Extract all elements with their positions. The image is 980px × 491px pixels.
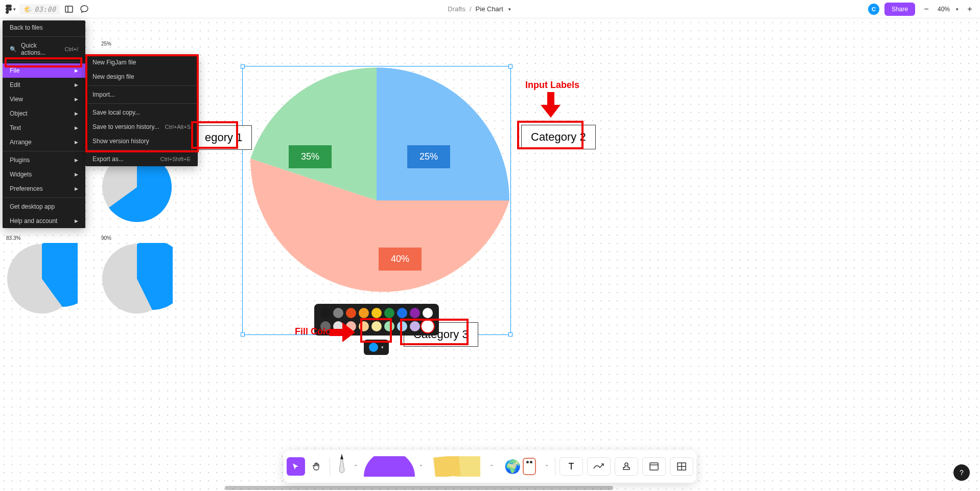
comment-icon[interactable] bbox=[78, 3, 90, 15]
submenu-new-design[interactable]: New design file bbox=[85, 70, 198, 84]
chevron-right-icon: ▶ bbox=[75, 186, 78, 191]
chevron-down-icon[interactable]: ▾ bbox=[956, 7, 959, 12]
help-button[interactable]: ? bbox=[953, 464, 970, 481]
zoom-level[interactable]: 40% bbox=[938, 6, 950, 13]
menu-desktop-app[interactable]: Get desktop app bbox=[3, 199, 85, 214]
panel-toggle-icon[interactable] bbox=[63, 3, 75, 15]
selection-handle[interactable] bbox=[508, 332, 512, 337]
file-submenu: New FigJam file New design file Import..… bbox=[85, 55, 198, 166]
slice-label-1: 35% bbox=[289, 145, 332, 168]
breadcrumb-sep: / bbox=[470, 5, 472, 13]
chevron-up-icon[interactable]: ⌃ bbox=[487, 464, 496, 470]
category-2-label[interactable]: Category 2 bbox=[521, 125, 596, 149]
chevron-down-icon: ▾ bbox=[13, 7, 16, 12]
minus-icon[interactable]: − bbox=[920, 3, 932, 15]
share-button[interactable]: Share bbox=[884, 3, 915, 16]
arrow-right-icon bbox=[330, 322, 358, 343]
fill-color-button[interactable]: ▾ bbox=[364, 340, 389, 355]
color-swatch[interactable] bbox=[371, 321, 382, 331]
chevron-up-icon[interactable]: ⌃ bbox=[417, 464, 425, 470]
chevron-right-icon: ▶ bbox=[75, 140, 78, 145]
plus-icon[interactable]: + bbox=[964, 3, 976, 15]
slice-label-2: 25% bbox=[407, 145, 450, 168]
slice-category-2 bbox=[377, 68, 509, 200]
pen-tool[interactable] bbox=[334, 453, 349, 480]
select-tool[interactable] bbox=[287, 457, 305, 476]
small-pie-90[interactable]: 90% bbox=[101, 235, 173, 317]
svg-rect-0 bbox=[65, 6, 73, 12]
timer-badge[interactable]: 🌤️ 03:00 bbox=[19, 4, 60, 14]
chevron-right-icon: ▶ bbox=[75, 172, 78, 177]
menu-widgets[interactable]: Widgets▶ bbox=[3, 167, 85, 182]
color-swatch[interactable] bbox=[346, 308, 356, 318]
menu-file[interactable]: File▶ bbox=[3, 63, 85, 78]
connector-tool[interactable] bbox=[587, 457, 611, 476]
hand-tool[interactable] bbox=[307, 457, 325, 476]
menu-text[interactable]: Text▶ bbox=[3, 121, 85, 135]
stamp-tool[interactable] bbox=[615, 457, 638, 476]
menu-view[interactable]: View▶ bbox=[3, 92, 85, 106]
submenu-save-local[interactable]: Save local copy... bbox=[85, 105, 198, 120]
chevron-up-icon[interactable]: ⌃ bbox=[543, 464, 551, 470]
submenu-show-history[interactable]: Show version history bbox=[85, 134, 198, 148]
sticky-tool[interactable] bbox=[429, 456, 485, 477]
color-swatch[interactable] bbox=[410, 321, 420, 331]
avatar[interactable]: C bbox=[868, 4, 879, 15]
small-pie-label: 25% bbox=[101, 41, 111, 47]
main-menu: Back to files 🔍 Quick actions... Ctrl+/ … bbox=[3, 20, 85, 228]
small-pie-25[interactable]: 25% bbox=[101, 41, 111, 49]
chevron-right-icon: ▶ bbox=[75, 97, 78, 102]
selection-handle[interactable] bbox=[241, 332, 245, 337]
pie-chart-selection[interactable]: 35% 25% 40% bbox=[242, 66, 511, 335]
selection-handle[interactable] bbox=[241, 64, 245, 69]
category-1-label[interactable]: egory 1 bbox=[195, 125, 252, 150]
menu-plugins[interactable]: Plugins▶ bbox=[3, 153, 85, 167]
figma-menu-icon[interactable]: ▾ bbox=[4, 3, 16, 15]
menu-quick-actions[interactable]: 🔍 Quick actions... Ctrl+/ bbox=[3, 38, 85, 60]
text-tool[interactable]: T bbox=[559, 457, 583, 476]
menu-object[interactable]: Object▶ bbox=[3, 106, 85, 121]
annotation-input-labels: Input Labels bbox=[525, 80, 579, 91]
small-pie-833[interactable]: 83.3% bbox=[6, 235, 78, 317]
template-tool[interactable] bbox=[642, 457, 666, 476]
menu-edit[interactable]: Edit▶ bbox=[3, 78, 85, 92]
chevron-right-icon: ▶ bbox=[75, 158, 78, 163]
menu-back-to-files[interactable]: Back to files bbox=[3, 20, 85, 35]
color-swatch[interactable] bbox=[397, 308, 407, 318]
chevron-right-icon: ▶ bbox=[75, 125, 78, 130]
color-row bbox=[320, 308, 433, 318]
breadcrumb[interactable]: Drafts / Pie Chart ▾ bbox=[448, 5, 511, 13]
table-tool[interactable] bbox=[670, 457, 693, 476]
color-swatch[interactable] bbox=[359, 308, 369, 318]
menu-preferences[interactable]: Preferences▶ bbox=[3, 182, 85, 196]
widget-tool[interactable]: 🌍 bbox=[500, 454, 541, 479]
submenu-import[interactable]: Import... bbox=[85, 87, 198, 102]
color-swatch[interactable] bbox=[320, 308, 331, 318]
svg-rect-7 bbox=[650, 463, 658, 470]
shape-tool[interactable] bbox=[364, 456, 415, 477]
menu-help[interactable]: Help and account▶ bbox=[3, 214, 85, 228]
submenu-new-figjam[interactable]: New FigJam file bbox=[85, 55, 198, 70]
color-swatch[interactable] bbox=[384, 321, 394, 331]
chevron-down-icon[interactable]: ▾ bbox=[508, 7, 511, 12]
svg-point-6 bbox=[625, 463, 628, 466]
horizontal-scrollbar[interactable] bbox=[225, 486, 613, 490]
color-swatch[interactable] bbox=[371, 308, 382, 318]
small-pie-label: 83.3% bbox=[6, 235, 78, 241]
selection-handle[interactable] bbox=[508, 64, 512, 69]
color-swatch[interactable] bbox=[423, 308, 433, 318]
color-swatch-selected[interactable] bbox=[423, 321, 433, 331]
submenu-save-version[interactable]: Save to version history...Ctrl+Alt+S bbox=[85, 120, 198, 134]
annotation-fill-color: Fill Color bbox=[295, 326, 335, 337]
chevron-right-icon: ▶ bbox=[75, 111, 78, 116]
color-swatch[interactable] bbox=[397, 321, 407, 331]
bottom-toolbar: ⌃ ⌃ ⌃ 🌍 ⌃ T bbox=[284, 450, 696, 483]
chevron-up-icon[interactable]: ⌃ bbox=[352, 464, 360, 470]
color-swatch[interactable] bbox=[384, 308, 394, 318]
submenu-export[interactable]: Export as...Ctrl+Shift+E bbox=[85, 152, 198, 166]
menu-arrange[interactable]: Arrange▶ bbox=[3, 135, 85, 149]
color-swatch[interactable] bbox=[359, 321, 369, 331]
fill-color-preview bbox=[369, 343, 378, 352]
color-swatch[interactable] bbox=[333, 308, 343, 318]
color-swatch[interactable] bbox=[410, 308, 420, 318]
